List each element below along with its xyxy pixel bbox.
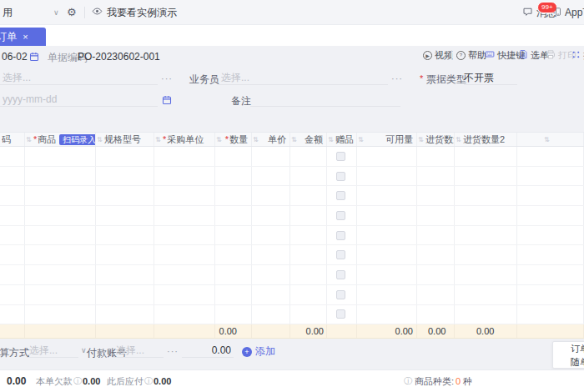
table-cell[interactable] [290,285,327,304]
app-download-link[interactable]: App下载 [554,0,584,25]
table-cell[interactable] [327,147,357,166]
col-header-gift[interactable]: ⇅赠品 [327,133,357,146]
table-cell[interactable] [96,245,154,264]
table-cell[interactable] [455,285,517,304]
gift-checkbox[interactable] [336,172,345,181]
table-cell[interactable] [417,206,455,225]
table-cell[interactable] [252,245,290,264]
gift-checkbox[interactable] [336,250,345,259]
sort-icon[interactable]: ⇅ [358,136,364,143]
table-cell[interactable] [25,285,96,304]
col-header-amount[interactable]: ⇅金额 [290,133,327,146]
sort-icon[interactable]: ⇅ [544,136,550,143]
gift-checkbox[interactable] [336,309,345,319]
doc-date[interactable]: 06-02 [2,51,28,63]
table-cell[interactable] [455,167,517,186]
table-cell[interactable] [357,305,417,324]
col-header-qty[interactable]: ⇅*数量 [215,133,252,146]
table-cell[interactable] [357,186,417,205]
table-cell[interactable] [96,305,154,324]
table-cell[interactable] [455,206,517,225]
table-cell[interactable] [517,206,584,225]
table-cell[interactable] [25,226,96,245]
help-link[interactable]: ? 帮助 [456,48,486,62]
table-cell[interactable] [215,245,252,264]
sort-icon[interactable]: ⇅ [253,136,259,143]
table-cell[interactable] [0,186,25,205]
account-more-button[interactable]: ··· [167,345,179,357]
table-cell[interactable] [455,186,517,205]
table-cell[interactable] [417,245,455,264]
table-row[interactable] [0,285,584,305]
table-row[interactable] [0,147,584,167]
table-cell[interactable] [290,206,327,225]
col-header-available[interactable]: ⇅可用量 [357,133,417,146]
demo-link[interactable]: 我要看实例演示 [92,0,177,25]
table-cell[interactable] [215,186,252,205]
table-cell[interactable] [417,265,455,284]
info-icon[interactable]: ⓘ [404,370,412,392]
table-cell[interactable] [517,305,584,324]
table-cell[interactable] [154,167,215,186]
scan-entry-button[interactable]: 扫码录入 [59,134,96,145]
gift-checkbox[interactable] [336,191,345,200]
table-cell[interactable] [215,167,252,186]
table-cell[interactable] [0,265,25,284]
salesman-input[interactable] [219,70,388,85]
table-cell[interactable] [154,305,215,324]
table-row[interactable] [0,186,584,206]
table-cell[interactable] [252,206,290,225]
gift-checkbox[interactable] [336,231,345,240]
chevron-down-icon[interactable]: ∨ [53,0,59,25]
sort-icon[interactable]: ⇅ [328,136,334,143]
table-cell[interactable] [455,245,517,264]
table-row[interactable] [0,245,584,265]
table-cell[interactable] [0,147,25,166]
remark-input[interactable] [250,92,400,107]
table-cell[interactable] [215,285,252,304]
table-cell[interactable] [290,167,327,186]
calendar-icon[interactable] [29,50,39,65]
table-cell[interactable] [154,245,215,264]
table-cell[interactable] [96,167,154,186]
table-cell[interactable] [154,186,215,205]
table-cell[interactable] [357,167,417,186]
gift-checkbox[interactable] [336,152,345,161]
table-cell[interactable] [327,167,357,186]
bill-type-select[interactable]: 不开票 [464,70,517,85]
settlement-method-select[interactable] [27,343,78,358]
gift-checkbox[interactable] [336,211,345,220]
table-cell[interactable] [25,167,96,186]
table-cell[interactable] [290,245,327,264]
supplier-more-button[interactable]: ··· [161,73,173,84]
table-cell[interactable] [327,305,357,324]
table-cell[interactable] [252,147,290,166]
table-cell[interactable] [517,167,584,186]
table-cell[interactable] [357,245,417,264]
table-cell[interactable] [0,206,25,225]
table-cell[interactable] [25,265,96,284]
chevron-down-icon[interactable]: ∨ [81,346,87,354]
table-row[interactable] [0,226,584,246]
date-input[interactable] [0,92,158,107]
table-cell[interactable] [417,226,455,245]
table-cell[interactable] [327,245,357,264]
operations-link[interactable]: 操作 [571,48,584,62]
col-header-product[interactable]: ⇅*商品扫码录入 [25,133,96,146]
table-cell[interactable] [0,167,25,186]
table-cell[interactable] [154,206,215,225]
table-cell[interactable] [25,305,96,324]
table-cell[interactable] [252,226,290,245]
table-cell[interactable] [154,265,215,284]
table-cell[interactable] [96,285,154,304]
table-cell[interactable] [0,245,25,264]
col-header-spec[interactable]: ⇅规格型号 [96,133,154,146]
table-cell[interactable] [25,206,96,225]
pick-order-link[interactable]: 选单 [519,48,549,62]
table-cell[interactable] [327,186,357,205]
table-cell[interactable] [357,147,417,166]
table-cell[interactable] [25,186,96,205]
table-cell[interactable] [215,226,252,245]
popup-item-order[interactable]: 订单 [553,342,584,355]
table-row[interactable] [0,305,584,325]
